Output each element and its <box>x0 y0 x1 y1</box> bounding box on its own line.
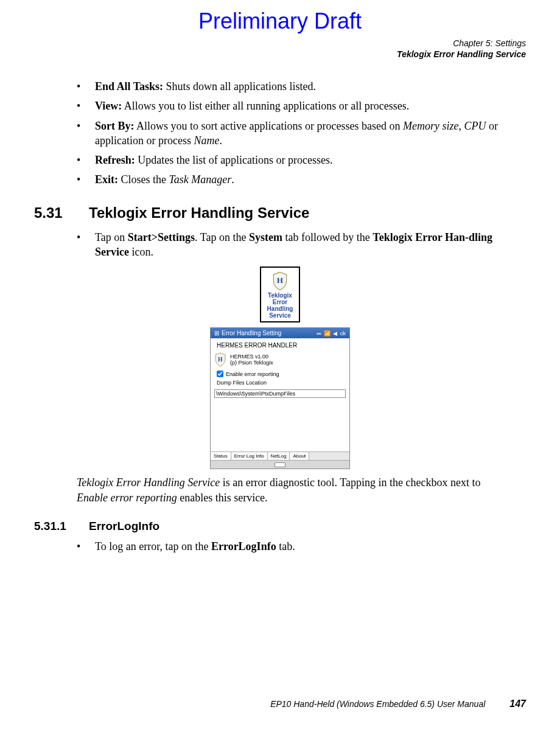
section-5-31-bullets: • Tap on Start>Settings. Tap on the Syst… <box>77 230 514 260</box>
bullet-text: Refresh: Updates the list of application… <box>95 153 514 167</box>
bullet-tap-settings: • Tap on Start>Settings. Tap on the Syst… <box>77 230 514 260</box>
bullet-view: • View: Allows you to list either all ru… <box>77 99 514 113</box>
tab-about[interactable]: About <box>290 452 309 460</box>
subsection-number: 5.31.1 <box>34 520 89 533</box>
bullet-exit: • Exit: Closes the Task Manager. <box>77 172 514 187</box>
dump-location-label: Dump Files Location <box>217 380 346 386</box>
window-title: Error Handling Setting <box>222 330 281 336</box>
section-5-31-1-heading: 5.31.1 ErrorLogInfo <box>34 520 526 533</box>
bullet-marker: • <box>77 230 95 260</box>
bullet-text: Exit: Closes the Task Manager. <box>95 172 514 187</box>
bullet-marker: • <box>77 153 95 167</box>
bullet-text: Sort By: Allows you to sort active appli… <box>95 119 514 148</box>
bullet-marker: • <box>77 539 95 554</box>
enable-reporting-label: Enable error reporting <box>226 371 279 377</box>
start-icon[interactable]: ⊞ <box>214 330 219 336</box>
window-body: HERMES ERROR HANDLER H HERMES v1.00 (p) … <box>211 338 349 451</box>
bullet-refresh: • Refresh: Updates the list of applicati… <box>77 153 514 167</box>
teklogix-icon-box: H Teklogix Error Handling Service <box>260 266 301 322</box>
ok-button[interactable]: ok <box>340 330 346 336</box>
page-number: 147 <box>509 698 526 709</box>
page-footer: EP10 Hand-Held (Windows Embedded 6.5) Us… <box>34 698 526 709</box>
bullet-marker: • <box>77 119 95 148</box>
version-line1: HERMES v1.00 <box>230 354 273 360</box>
tab-error-log-info[interactable]: Error Log Info <box>231 452 268 460</box>
enable-reporting-row: Enable error reporting <box>217 371 346 377</box>
network-icon[interactable]: ⫘ <box>316 330 321 336</box>
shield-icon: H <box>214 352 226 367</box>
tab-status[interactable]: Status <box>211 452 231 460</box>
svg-text:H: H <box>277 276 284 285</box>
watermark-text: Preliminary Draft <box>0 9 560 34</box>
dump-location-input[interactable] <box>214 389 346 398</box>
handler-title: HERMES ERROR HANDLER <box>217 342 346 349</box>
keyboard-icon[interactable] <box>275 462 285 467</box>
tab-bar: Status Error Log Info NetLog About <box>211 451 349 460</box>
app-screenshot: ⊞ Error Handling Setting ⫘ 📶 ◀ ok HERMES… <box>210 327 350 469</box>
figure-group: H Teklogix Error Handling Service ⊞ Erro… <box>34 266 526 469</box>
bullet-marker: • <box>77 79 95 94</box>
version-row: H HERMES v1.00 (p) Psion Teklogix <box>214 352 346 367</box>
icon-label-l1: Teklogix <box>267 292 293 299</box>
bullet-end-all-tasks: • End All Tasks: Shuts down all applicat… <box>77 79 514 94</box>
section-number: 5.31 <box>34 204 89 221</box>
manual-title: EP10 Hand-Held (Windows Embedded 6.5) Us… <box>270 699 485 709</box>
section-5-31-heading: 5.31 Teklogix Error Handling Service <box>34 204 526 221</box>
bullet-text: End All Tasks: Shuts down all applicatio… <box>95 79 514 94</box>
top-bullet-list: • End All Tasks: Shuts down all applicat… <box>77 79 514 187</box>
bullet-marker: • <box>77 172 95 187</box>
bullet-errorloginfo: • To log an error, tap on the ErrorLogIn… <box>77 539 514 554</box>
blank-area <box>214 398 346 451</box>
sip-bar <box>211 460 349 469</box>
subsection-title: ErrorLogInfo <box>89 520 159 533</box>
running-header: Chapter 5: Settings Teklogix Error Handl… <box>397 38 526 60</box>
service-description: Teklogix Error Handling Service is an er… <box>77 475 514 505</box>
enable-reporting-checkbox[interactable] <box>217 371 223 377</box>
shield-icon: H <box>271 271 289 291</box>
signal-icon[interactable]: 📶 <box>324 330 331 336</box>
section-title: Teklogix Error Handling Service <box>89 204 309 221</box>
page-content: • End All Tasks: Shuts down all applicat… <box>34 0 526 554</box>
icon-label-l4: Service <box>267 312 293 319</box>
icon-label-l3: Handling <box>267 305 293 312</box>
bullet-marker: • <box>77 99 95 113</box>
section-line: Teklogix Error Handling Service <box>397 49 526 60</box>
section-5-31-1-bullets: • To log an error, tap on the ErrorLogIn… <box>77 539 514 554</box>
bullet-sort-by: • Sort By: Allows you to sort active app… <box>77 119 514 148</box>
svg-text:H: H <box>218 356 223 363</box>
version-line2: (p) Psion Teklogix <box>230 360 273 366</box>
bullet-text: Tap on Start>Settings. Tap on the System… <box>95 230 514 260</box>
icon-label-l2: Error <box>267 299 293 305</box>
window-titlebar: ⊞ Error Handling Setting ⫘ 📶 ◀ ok <box>211 328 349 338</box>
bullet-text: View: Allows you to list either all runn… <box>95 99 514 113</box>
chapter-line: Chapter 5: Settings <box>397 38 526 49</box>
tab-netlog[interactable]: NetLog <box>268 452 290 460</box>
bullet-text: To log an error, tap on the ErrorLogInfo… <box>95 539 514 554</box>
volume-icon[interactable]: ◀ <box>333 330 337 336</box>
